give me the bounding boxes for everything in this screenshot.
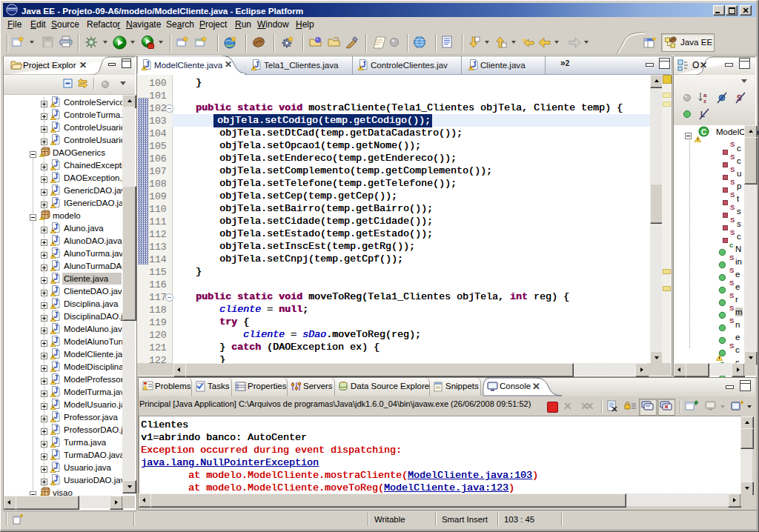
- svg-text:J: J: [53, 185, 58, 193]
- svg-text:J: J: [255, 61, 259, 69]
- svg-text:J: J: [53, 387, 58, 395]
- svg-text:J: J: [53, 110, 58, 118]
- svg-text:J: J: [53, 399, 58, 408]
- svg-text:J: J: [472, 61, 477, 69]
- svg-text:J: J: [53, 425, 58, 433]
- svg-text:J: J: [53, 475, 58, 483]
- svg-text:J: J: [53, 198, 58, 206]
- svg-text:J: J: [53, 374, 58, 382]
- svg-text:J: J: [53, 299, 58, 307]
- svg-text:J: J: [53, 122, 58, 130]
- svg-text:J: J: [53, 324, 58, 332]
- svg-text:J: J: [53, 273, 58, 282]
- svg-text:J: J: [53, 135, 58, 143]
- svg-text:C: C: [701, 128, 706, 136]
- svg-text:J: J: [53, 450, 58, 458]
- svg-text:J: J: [53, 362, 58, 370]
- svg-text:J: J: [53, 462, 58, 471]
- svg-text:J: J: [53, 248, 58, 256]
- svg-text:J: J: [145, 61, 150, 69]
- svg-text:J: J: [362, 61, 366, 69]
- svg-text:J: J: [53, 160, 58, 168]
- svg-text:J: J: [53, 223, 58, 231]
- svg-text:J: J: [53, 236, 58, 244]
- svg-text:J: J: [53, 349, 58, 357]
- svg-text:J: J: [53, 412, 58, 420]
- svg-text:J: J: [53, 437, 58, 445]
- svg-text:J: J: [53, 261, 58, 269]
- svg-text:J: J: [53, 336, 58, 345]
- svg-text:J: J: [53, 173, 58, 181]
- svg-text:J: J: [53, 97, 58, 105]
- svg-text:z: z: [703, 98, 706, 104]
- svg-text:J: J: [53, 286, 58, 294]
- svg-text:J: J: [53, 311, 58, 319]
